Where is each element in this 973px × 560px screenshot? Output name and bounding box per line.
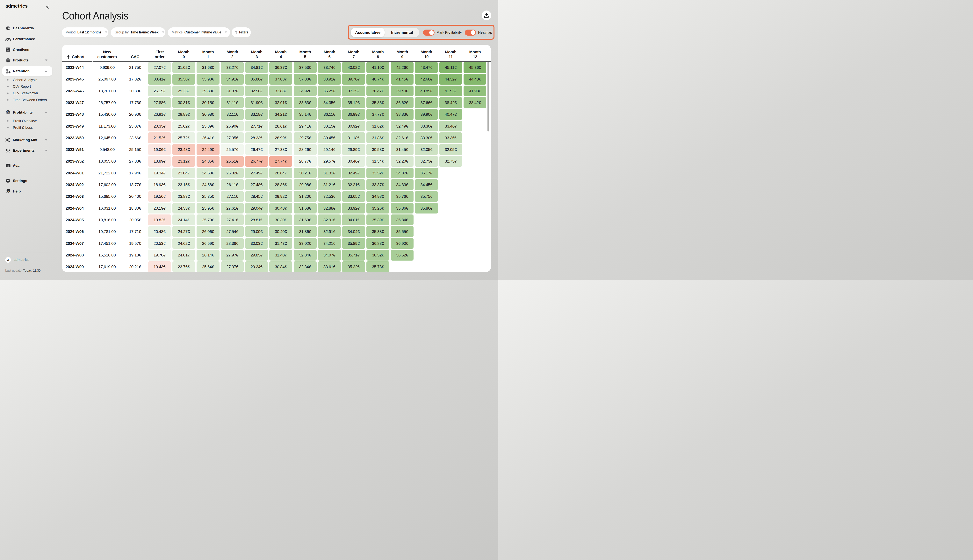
svg-text:?: ? bbox=[8, 189, 9, 192]
svg-text:$: $ bbox=[7, 110, 9, 113]
